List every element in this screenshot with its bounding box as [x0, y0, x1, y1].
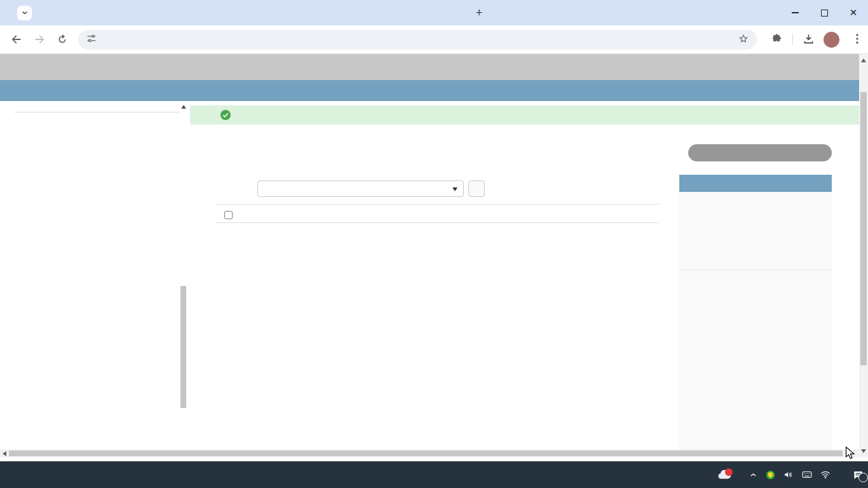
antivirus-shield-icon[interactable]: [765, 470, 776, 480]
horizontal-scrollbar[interactable]: [0, 449, 859, 458]
success-check-icon: [220, 110, 231, 120]
download-icon[interactable]: [802, 32, 815, 48]
window-controls: ✕: [780, 0, 868, 25]
browser-menu-icon[interactable]: [851, 32, 863, 48]
volume-icon[interactable]: [783, 469, 794, 480]
chevron-down-icon: [452, 187, 458, 191]
restore-icon: [821, 10, 828, 17]
browser-tab-strip: + ✕: [0, 0, 868, 25]
table-header-row: [215, 204, 659, 223]
scroll-left-arrow-icon[interactable]: [3, 451, 6, 456]
screen: + ✕: [0, 0, 868, 488]
scroll-up-arrow-icon[interactable]: [861, 58, 866, 62]
go-button[interactable]: [468, 180, 485, 197]
window-minimize-button[interactable]: [780, 0, 810, 25]
sidebar: [15, 101, 179, 112]
action-select[interactable]: [257, 180, 464, 197]
notification-count-badge: [858, 473, 868, 482]
select-all-checkbox[interactable]: [224, 211, 233, 219]
back-button[interactable]: [10, 32, 24, 46]
scroll-down-arrow-icon[interactable]: [861, 449, 866, 453]
new-tab-button[interactable]: +: [471, 5, 487, 20]
sidebar-item-clipped[interactable]: [15, 101, 179, 112]
extensions-icon[interactable]: [770, 32, 783, 48]
scroll-up-arrow-icon[interactable]: [181, 105, 186, 109]
profile-avatar[interactable]: [824, 32, 839, 48]
system-tray: [716, 461, 864, 488]
reload-button[interactable]: [55, 32, 69, 46]
sidebar-scrollbar[interactable]: [179, 101, 187, 449]
taskbar: [0, 461, 868, 488]
wifi-icon[interactable]: [820, 469, 831, 480]
mouse-cursor: [845, 446, 857, 464]
filter-panel: [679, 192, 832, 449]
minimize-icon: [792, 12, 799, 13]
filter-panel-title: [679, 175, 832, 192]
notification-center-icon[interactable]: [852, 469, 864, 481]
toolbar-divider: [792, 34, 793, 45]
admin-header: [0, 54, 859, 80]
chevron-down-icon: [21, 8, 29, 19]
success-message: [190, 105, 859, 125]
site-settings-icon[interactable]: [86, 33, 97, 46]
bookmark-star-icon[interactable]: [738, 33, 749, 47]
sidebar-scrollbar-thumb[interactable]: [180, 286, 186, 408]
weather-badge: [725, 468, 733, 476]
close-icon: ✕: [850, 7, 858, 18]
window-restore-button[interactable]: [810, 0, 839, 25]
window-close-button[interactable]: ✕: [839, 0, 868, 25]
tab-search-button[interactable]: [17, 6, 32, 20]
weather-widget[interactable]: [716, 466, 742, 483]
filter-divider: [679, 269, 832, 270]
address-bar[interactable]: [78, 30, 757, 50]
results-table: [215, 204, 659, 449]
touch-keyboard-icon[interactable]: [801, 469, 813, 480]
tray-expand-icon[interactable]: [749, 470, 758, 480]
horizontal-scrollbar-thumb[interactable]: [9, 451, 843, 456]
breadcrumb: [0, 80, 859, 101]
forward-button[interactable]: [32, 32, 46, 46]
vertical-scrollbar-thumb[interactable]: [860, 92, 867, 365]
vertical-scrollbar[interactable]: [859, 54, 868, 458]
add-lotaip-button[interactable]: [688, 144, 832, 161]
